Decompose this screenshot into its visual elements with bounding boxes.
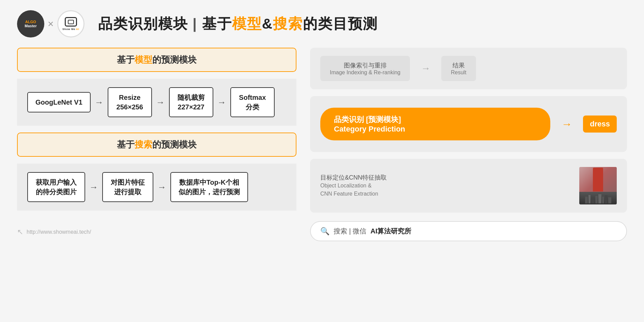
title-part2-prefix: 基于 <box>202 16 232 32</box>
dress-tag: dress <box>583 116 617 133</box>
model-title-suffix: 的预测模块 <box>152 55 197 65</box>
arrow-2: → <box>152 97 169 108</box>
right-panel: 图像索引与重排 Image Indexing & Re-ranking → 结果… <box>310 48 627 241</box>
pipeline-box-resize: Resize256×256 <box>108 87 152 117</box>
search-module-section: 基于搜索的预测模块 <box>17 133 296 157</box>
indexing-box: 图像索引与重排 Image Indexing & Re-ranking <box>320 56 410 81</box>
indexing-en: Image Indexing & Re-ranking <box>330 70 400 76</box>
result-box: 结果 Result <box>441 56 476 81</box>
search-pipeline-row: 获取用户输入的待分类图片 → 对图片特征进行提取 → 数据库中Top-K个相似的… <box>17 164 296 211</box>
localization-en1: Object Localization & <box>320 182 572 190</box>
indexing-card: 图像索引与重排 Image Indexing & Re-ranking → 结果… <box>310 48 627 89</box>
x-divider: × <box>48 18 54 30</box>
category-en: Category Prediction <box>334 125 537 134</box>
indexing-cn: 图像索引与重排 <box>330 61 400 70</box>
logo-area: ALGO Master × Show Me AI <box>17 10 85 37</box>
figure-shape <box>593 168 603 191</box>
left-panel: 基于模型的预测模块 GoogLeNet V1 → Resize256×256 →… <box>17 48 296 241</box>
image-top-section <box>579 167 617 192</box>
svg-rect-6 <box>605 195 608 203</box>
page-title: 品类识别模块 | 基于模型&搜索的类目预测 <box>98 14 378 33</box>
search-title-prefix: 基于 <box>117 139 135 150</box>
pipeline-box-topk: 数据库中Top-K个相似的图片，进行预测 <box>170 172 248 202</box>
category-card: 品类识别 [预测模块] Category Prediction → dress <box>310 96 627 152</box>
showme-icon <box>65 17 77 27</box>
search-bar[interactable]: 🔍 搜索 | 微信 AI算法研究所 <box>310 221 627 241</box>
category-pred-box: 品类识别 [预测模块] Category Prediction <box>320 108 550 140</box>
model-pipeline-row: GoogLeNet V1 → Resize256×256 → 随机裁剪227×2… <box>17 79 296 126</box>
svg-rect-2 <box>591 197 595 203</box>
footer-url: http://www.showmeai.tech/ <box>27 229 91 235</box>
localization-row: 目标定位&CNN特征抽取 Object Localization & CNN F… <box>320 167 617 204</box>
showme-ai-text: AI <box>76 28 79 31</box>
svg-rect-5 <box>602 197 604 203</box>
localization-en2: CNN Feature Extraction <box>320 190 572 198</box>
search-label: 搜索 | 微信 <box>334 227 366 236</box>
localization-image <box>579 167 617 204</box>
arrow-5: → <box>153 182 170 193</box>
svg-rect-3 <box>595 196 598 203</box>
image-bottom-section <box>579 192 617 204</box>
svg-rect-7 <box>608 197 611 203</box>
title-suffix: 的类目预测 <box>303 16 378 32</box>
search-title-keyword: 搜索 <box>135 139 152 150</box>
pipeline-box-softmax: Softmax分类 <box>230 87 275 117</box>
search-icon: 🔍 <box>320 227 329 236</box>
search-brand: AI算法研究所 <box>370 227 411 236</box>
showme-logo: Show Me AI <box>57 10 85 37</box>
title-model-keyword: 模型 <box>232 16 262 32</box>
localization-card: 目标定位&CNN特征抽取 Object Localization & CNN F… <box>310 159 627 213</box>
title-divider: | <box>193 16 202 32</box>
model-title-keyword: 模型 <box>135 55 152 65</box>
skyline-svg <box>584 193 612 203</box>
pipeline-box-input: 获取用户输入的待分类图片 <box>27 172 85 202</box>
category-row: 品类识别 [预测模块] Category Prediction → dress <box>320 104 617 144</box>
header: ALGO Master × Show Me AI 品类识别模块 | 基于模型&搜… <box>17 10 627 37</box>
arrow-1: → <box>91 97 108 108</box>
pipeline-box-feature: 对图片特征进行提取 <box>102 172 153 202</box>
cursor-icon: ↖ <box>17 228 23 236</box>
pipeline-box-googlenet: GoogLeNet V1 <box>27 92 91 112</box>
algo-text: ALGO <box>25 20 36 24</box>
showme-text: Show Me <box>62 28 75 31</box>
result-en: Result <box>451 70 466 76</box>
search-module-title: 基于搜索的预测模块 <box>18 133 296 156</box>
main-content: 基于模型的预测模块 GoogLeNet V1 → Resize256×256 →… <box>17 48 627 241</box>
title-amp: & <box>262 16 273 32</box>
arrow-category: → <box>557 118 576 131</box>
localization-text: 目标定位&CNN特征抽取 Object Localization & CNN F… <box>320 173 572 198</box>
model-title-prefix: 基于 <box>117 55 135 65</box>
svg-rect-0 <box>585 197 588 203</box>
svg-rect-1 <box>588 195 591 203</box>
title-search-keyword: 搜索 <box>273 16 303 32</box>
result-cn: 结果 <box>451 61 466 70</box>
arrow-indexing: → <box>417 63 434 74</box>
title-part1: 品类识别模块 <box>98 16 188 32</box>
algo-master-logo: ALGO Master <box>17 10 44 37</box>
localization-cn: 目标定位&CNN特征抽取 <box>320 173 572 182</box>
svg-rect-4 <box>598 194 601 203</box>
arrow-3: → <box>213 97 230 108</box>
model-module-section: 基于模型的预测模块 <box>17 48 296 72</box>
model-module-title: 基于模型的预测模块 <box>18 48 296 71</box>
footer: ↖ http://www.showmeai.tech/ <box>17 228 296 236</box>
master-text: Master <box>25 24 36 28</box>
arrow-4: → <box>85 182 102 193</box>
search-title-suffix: 的预测模块 <box>152 139 197 150</box>
pipeline-box-crop: 随机裁剪227×227 <box>169 87 213 117</box>
category-cn: 品类识别 [预测模块] <box>334 114 537 125</box>
